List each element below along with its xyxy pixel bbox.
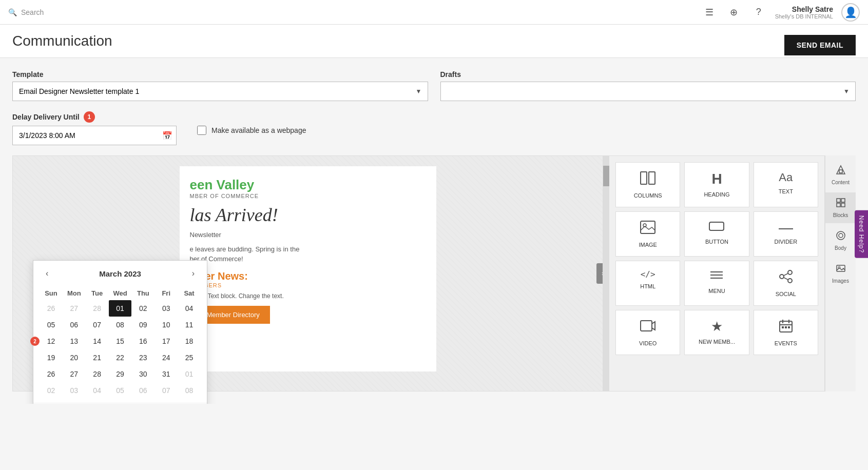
block-image[interactable]: IMAGE	[615, 211, 680, 257]
cal-day-01[interactable]: 01	[109, 300, 132, 317]
cal-day-28-cur[interactable]: 28	[86, 366, 109, 382]
cal-day-21[interactable]: 21	[86, 349, 109, 366]
heading-icon: H	[711, 171, 722, 187]
calendar-icon-btn[interactable]: 📅	[162, 131, 172, 141]
cal-day-22[interactable]: 22	[109, 349, 132, 366]
cal-day-18[interactable]: 18	[178, 333, 201, 349]
cal-day-31[interactable]: 31	[155, 366, 178, 382]
block-divider[interactable]: DIVIDER	[754, 211, 818, 257]
preview-newsletter-label: Newsletter	[190, 230, 426, 240]
block-heading[interactable]: H HEADING	[684, 162, 749, 207]
cal-day-19[interactable]: 19	[40, 349, 63, 366]
cal-day-01-next[interactable]: 01	[178, 366, 201, 382]
template-select[interactable]: Email Designer Newsletter template 1	[12, 82, 428, 101]
svg-line-12	[784, 273, 788, 276]
cal-day-03[interactable]: 03	[155, 300, 178, 317]
cal-day-28-prev[interactable]: 28	[86, 300, 109, 317]
block-columns-label: COLUMNS	[634, 192, 662, 199]
cal-day-25[interactable]: 25	[178, 349, 201, 366]
cal-day-16[interactable]: 16	[131, 333, 155, 349]
cal-day-24[interactable]: 24	[155, 349, 178, 366]
vsidebar-body-label: Body	[835, 245, 846, 251]
svg-point-28	[837, 231, 845, 240]
cal-day-07-next[interactable]: 07	[155, 382, 178, 399]
cal-day-10[interactable]: 10	[155, 317, 178, 333]
date-input-wrapper: 📅	[12, 126, 177, 145]
add-icon-btn[interactable]: ⊕	[726, 4, 742, 21]
webpage-checkbox[interactable]	[197, 126, 206, 135]
drafts-label: Drafts	[440, 70, 856, 79]
block-new-members[interactable]: ★ NEW MEMB...	[684, 310, 749, 355]
cal-day-07[interactable]: 07	[86, 317, 109, 333]
svg-rect-26	[837, 203, 840, 207]
template-select-wrapper[interactable]: Email Designer Newsletter template 1 ▼	[12, 82, 428, 101]
block-text[interactable]: Aa TEXT	[754, 162, 818, 207]
weekday-tue: Tue	[86, 286, 109, 300]
list-icon-btn[interactable]: ☰	[701, 4, 718, 21]
preview-scroll-btn[interactable]: ›	[596, 263, 603, 284]
help-icon-btn[interactable]: ?	[750, 4, 767, 21]
svg-rect-4	[709, 222, 724, 230]
cal-day-15[interactable]: 15	[109, 333, 132, 349]
delivery-row: Delay Delivery Until 1 📅 Make available …	[12, 111, 856, 145]
cal-day-05-next[interactable]: 05	[109, 382, 132, 399]
vsidebar-blocks-tab[interactable]: Blocks	[825, 192, 856, 223]
cal-day-23[interactable]: 23	[131, 349, 155, 366]
block-menu[interactable]: MENU	[684, 261, 749, 306]
cal-day-05[interactable]: 05	[40, 317, 63, 333]
date-input[interactable]	[12, 126, 177, 145]
cal-day-06[interactable]: 06	[63, 317, 86, 333]
cal-day-02-next[interactable]: 02	[40, 382, 63, 399]
block-events[interactable]: EVENTS	[754, 310, 818, 355]
cal-day-06-next[interactable]: 06	[131, 382, 155, 399]
cal-day-02[interactable]: 02	[131, 300, 155, 317]
blocks-tab-icon	[836, 198, 846, 210]
cal-day-04[interactable]: 04	[178, 300, 201, 317]
block-social[interactable]: SOCIAL	[754, 261, 818, 306]
calendar-prev-btn[interactable]: ‹	[42, 267, 52, 280]
right-scrollbar[interactable]	[603, 155, 609, 391]
vsidebar-images-tab[interactable]: Images	[825, 258, 856, 289]
cal-day-13[interactable]: 13	[63, 333, 86, 349]
cal-day-20[interactable]: 20	[63, 349, 86, 366]
cal-day-08[interactable]: 08	[109, 317, 132, 333]
cal-day-04-next[interactable]: 04	[86, 382, 109, 399]
avatar-button[interactable]: 👤	[841, 3, 860, 22]
vsidebar-content-tab[interactable]: Content	[825, 160, 856, 190]
cal-day-30[interactable]: 30	[131, 366, 155, 382]
block-button[interactable]: BUTTON	[684, 211, 749, 257]
search-area[interactable]: 🔍 Search	[8, 8, 44, 16]
calendar-next-btn[interactable]: ›	[188, 267, 199, 280]
cal-day-14[interactable]: 14	[86, 333, 109, 349]
block-button-label: BUTTON	[705, 239, 728, 245]
html-icon: </>	[641, 269, 655, 279]
drafts-select[interactable]	[440, 82, 856, 101]
body-tab-icon	[836, 230, 846, 243]
need-help-btn[interactable]: Need Help?	[855, 210, 868, 258]
cal-day-27-cur[interactable]: 27	[63, 366, 86, 382]
video-icon	[640, 319, 656, 336]
button-icon	[708, 220, 725, 234]
svg-rect-25	[841, 199, 845, 202]
vsidebar-body-tab[interactable]: Body	[825, 225, 856, 256]
drafts-select-wrapper[interactable]: ▼	[440, 82, 856, 101]
cal-day-17[interactable]: 17	[155, 333, 178, 349]
block-video-label: VIDEO	[639, 340, 657, 346]
preview-content-box: een Valley MBER OF COMMERCE las Arrived!…	[180, 166, 436, 371]
svg-point-9	[780, 275, 784, 279]
template-label: Template	[12, 70, 428, 79]
block-columns[interactable]: COLUMNS	[615, 162, 680, 207]
cal-day-27-prev[interactable]: 27	[63, 300, 86, 317]
cal-day-11[interactable]: 11	[178, 317, 201, 333]
block-video[interactable]: VIDEO	[615, 310, 680, 355]
images-tab-icon	[836, 263, 846, 276]
cal-day-03-next[interactable]: 03	[63, 382, 86, 399]
block-html[interactable]: </> HTML	[615, 261, 680, 306]
cal-day-26-prev[interactable]: 26	[40, 300, 63, 317]
cal-day-12[interactable]: 2 12	[40, 333, 63, 349]
cal-day-08-next[interactable]: 08	[178, 382, 201, 399]
cal-day-29[interactable]: 29	[109, 366, 132, 382]
send-email-button[interactable]: SEND EMAIL	[784, 35, 856, 55]
cal-day-26-cur[interactable]: 26	[40, 366, 63, 382]
cal-day-09[interactable]: 09	[131, 317, 155, 333]
